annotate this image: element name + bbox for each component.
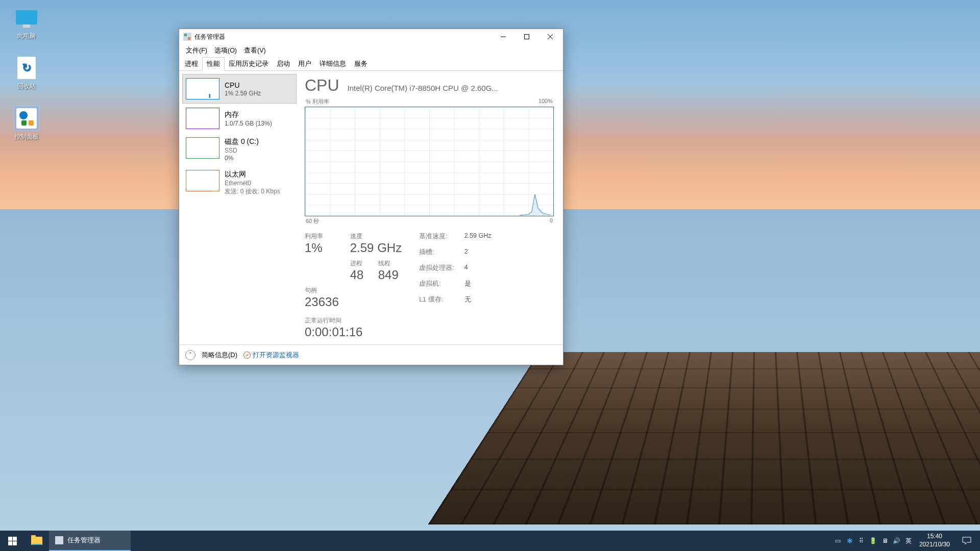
taskbar: 任务管理器 ▭ ✱ ⠿ 🔋 🖥 🔊 英 15:40 2021/10/30: [0, 531, 980, 551]
disk-thumb-chart: [186, 137, 219, 159]
tray-volume-icon[interactable]: 🔊: [892, 531, 902, 551]
tab-processes[interactable]: 进程: [181, 58, 202, 70]
tab-app-history[interactable]: 应用历史记录: [225, 58, 273, 70]
tab-startup[interactable]: 启动: [273, 58, 294, 70]
tray-network-icon[interactable]: 🖥: [880, 531, 890, 551]
label-uptime: 正常运行时间: [305, 316, 554, 325]
value-base-speed: 2.59 GHz: [464, 232, 492, 246]
value-sockets: 2: [464, 248, 492, 262]
window-title: 任务管理器: [194, 33, 492, 41]
sidebar-eth-sub1: Ethernet0: [225, 180, 280, 187]
sidebar-item-cpu[interactable]: CPU 1% 2.59 GHz: [182, 74, 297, 104]
cpu-utilization-chart[interactable]: [305, 107, 554, 216]
cpu-thumb-chart: [186, 78, 219, 99]
fewer-details-label: 简略信息(D): [202, 350, 237, 360]
close-button[interactable]: [538, 29, 562, 44]
tray-battery-icon[interactable]: 🔋: [868, 531, 878, 551]
tab-performance[interactable]: 性能: [202, 57, 225, 71]
desktop-icon-control-panel[interactable]: 控制面板: [7, 106, 46, 141]
resource-monitor-icon: [243, 352, 251, 359]
label-handles: 句柄: [305, 286, 339, 295]
fewer-details-button[interactable]: ˄: [185, 350, 195, 360]
taskbar-file-explorer[interactable]: [24, 531, 49, 551]
svg-rect-1: [525, 35, 529, 39]
desktop-icon-label: 此电脑: [17, 32, 36, 39]
y-axis-max: 100%: [538, 98, 553, 106]
open-resource-monitor-link[interactable]: 打开资源监视器: [243, 350, 299, 360]
titlebar[interactable]: 任务管理器: [179, 29, 563, 44]
tray-security-icon[interactable]: ⠿: [856, 531, 867, 551]
task-manager-icon: [183, 33, 191, 41]
value-processes: 48: [350, 268, 367, 282]
taskbar-item-label: 任务管理器: [67, 536, 101, 545]
minimize-button[interactable]: [492, 29, 515, 44]
eth-thumb-chart: [186, 170, 219, 191]
sidebar-item-disk[interactable]: 磁盘 0 (C:) SSD 0%: [182, 133, 297, 166]
desktop-icon-label: 控制面板: [14, 133, 39, 140]
y-axis-label: % 利用率: [306, 98, 329, 106]
tray-date: 2021/10/30: [919, 541, 950, 549]
sidebar-item-ethernet[interactable]: 以太网 Ethernet0 发送: 0 接收: 0 Kbps: [182, 166, 297, 200]
value-uptime: 0:00:01:16: [305, 325, 554, 339]
sidebar-eth-sub2: 发送: 0 接收: 0 Kbps: [225, 187, 280, 196]
label-sockets: 插槽:: [419, 248, 454, 262]
tab-services[interactable]: 服务: [350, 58, 372, 70]
sidebar-disk-title: 磁盘 0 (C:): [225, 137, 259, 146]
system-tray: ▭ ✱ ⠿ 🔋 🖥 🔊 英 15:40 2021/10/30: [831, 531, 980, 551]
label-l1-cache: L1 缓存:: [419, 295, 454, 309]
maximize-button[interactable]: [515, 29, 538, 44]
value-handles: 23636: [305, 295, 339, 309]
tray-clock[interactable]: 15:40 2021/10/30: [915, 533, 954, 548]
label-utilization: 利用率: [305, 232, 339, 241]
sidebar-item-memory[interactable]: 内存 1.0/7.5 GB (13%): [182, 104, 297, 133]
x-axis-left: 60 秒: [306, 217, 319, 225]
tray-touchpad-icon[interactable]: ▭: [833, 531, 843, 551]
window-footer: ˄ 简略信息(D) 打开资源监视器: [179, 344, 563, 365]
sidebar-memory-sub: 1.0/7.5 GB (13%): [225, 120, 272, 127]
menu-view[interactable]: 查看(V): [240, 45, 270, 56]
performance-main: CPU Intel(R) Core(TM) i7-8850H CPU @ 2.6…: [300, 71, 563, 344]
tab-details[interactable]: 详细信息: [315, 58, 350, 70]
tray-action-center-icon[interactable]: [955, 537, 978, 545]
sidebar-memory-title: 内存: [225, 110, 272, 119]
sidebar-disk-sub2: 0%: [225, 155, 259, 162]
tab-users[interactable]: 用户: [294, 58, 315, 70]
windows-logo-icon: [8, 537, 17, 545]
sidebar-eth-title: 以太网: [225, 170, 280, 179]
main-heading: CPU: [305, 76, 339, 95]
label-base-speed: 基准速度:: [419, 232, 454, 246]
taskbar-item-task-manager[interactable]: 任务管理器: [49, 531, 131, 551]
menu-options[interactable]: 选项(O): [211, 45, 240, 56]
value-l1-cache: 无: [464, 295, 492, 309]
task-manager-icon: [55, 536, 63, 544]
task-manager-window: 任务管理器 文件(F) 选项(O) 查看(V) 进程 性能 应用历史记录 启动 …: [179, 29, 564, 365]
value-speed: 2.59 GHz: [350, 241, 402, 255]
label-virtualization: 虚拟机:: [419, 280, 454, 293]
label-threads: 线程: [378, 259, 402, 268]
x-axis-right: 0: [550, 217, 553, 225]
sidebar-cpu-sub: 1% 2.59 GHz: [225, 90, 261, 97]
value-virtualization: 是: [464, 280, 492, 293]
tray-time: 15:40: [919, 533, 950, 541]
start-button[interactable]: [0, 531, 24, 551]
sidebar-cpu-title: CPU: [225, 81, 261, 89]
value-logical-processors: 4: [464, 264, 492, 278]
label-logical-processors: 虚拟处理器:: [419, 264, 454, 278]
value-utilization: 1%: [305, 241, 339, 255]
menu-file[interactable]: 文件(F): [182, 45, 211, 56]
label-speed: 速度: [350, 232, 402, 241]
desktop-icon-this-pc[interactable]: 此电脑: [7, 5, 46, 40]
value-threads: 849: [378, 268, 402, 282]
folder-icon: [31, 537, 42, 545]
performance-sidebar: CPU 1% 2.59 GHz 内存 1.0/7.5 GB (13%) 磁盘 0…: [179, 71, 300, 344]
menubar: 文件(F) 选项(O) 查看(V): [179, 44, 563, 57]
tray-ime-indicator[interactable]: 英: [903, 531, 914, 551]
cpu-model: Intel(R) Core(TM) i7-8850H CPU @ 2.60G..…: [348, 84, 554, 92]
tab-bar: 进程 性能 应用历史记录 启动 用户 详细信息 服务: [179, 57, 563, 71]
desktop-icon-label: 回收站: [17, 83, 36, 90]
sidebar-disk-sub1: SSD: [225, 147, 259, 154]
desktop-icon-recycle-bin[interactable]: 回收站: [7, 56, 46, 91]
tray-bluetooth-icon[interactable]: ✱: [845, 531, 855, 551]
memory-thumb-chart: [186, 108, 219, 129]
label-processes: 进程: [350, 259, 367, 268]
